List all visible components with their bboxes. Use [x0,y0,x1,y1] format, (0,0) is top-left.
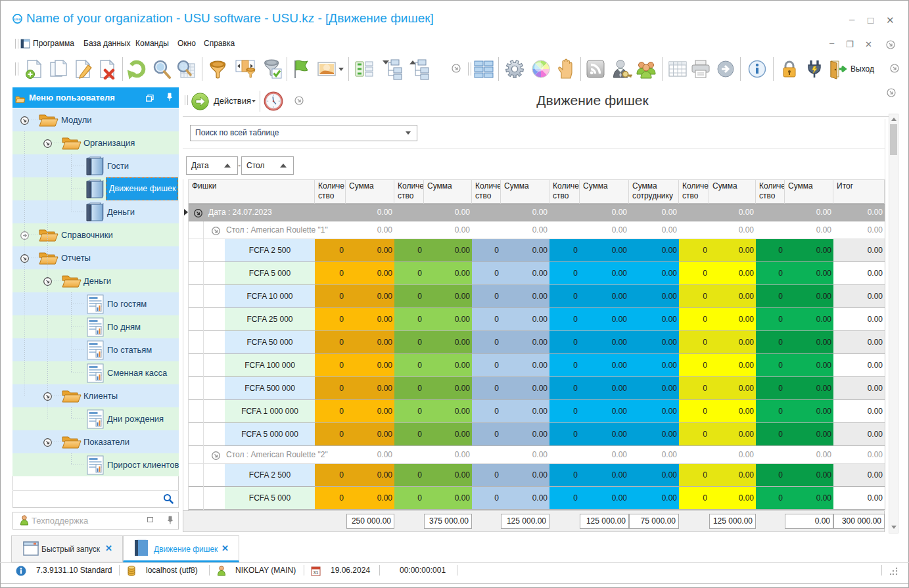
svg-text:usu: usu [14,17,21,21]
svg-text:31: 31 [314,570,319,575]
